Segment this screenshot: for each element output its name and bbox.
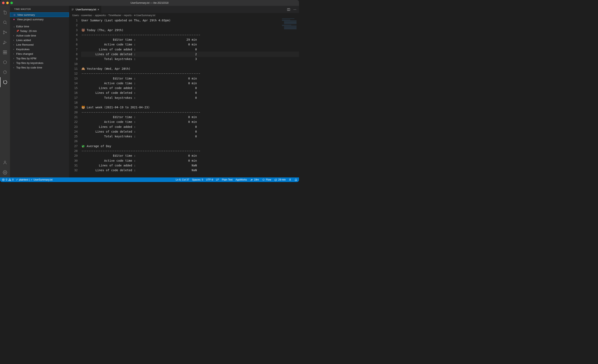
history-icon bbox=[274, 178, 277, 181]
flow-indicator[interactable]: Flow bbox=[262, 178, 271, 181]
account-icon[interactable] bbox=[0, 158, 10, 168]
explorer-icon[interactable] bbox=[0, 8, 10, 17]
sidebar-item-top-files-by-keystrokes[interactable]: ›Top files by keystrokes bbox=[10, 61, 69, 65]
sidebar-item-top-files-by-code-time[interactable]: ›Top files by code time bbox=[10, 65, 69, 70]
search-icon[interactable] bbox=[0, 17, 10, 27]
chevron-right-icon: › bbox=[13, 34, 16, 37]
svg-point-21 bbox=[295, 9, 295, 10]
eol-indicator[interactable]: LF bbox=[216, 178, 219, 181]
today-label: Today: 29 min bbox=[20, 30, 37, 32]
line-number: 29 bbox=[69, 153, 78, 158]
svg-rect-9 bbox=[5, 53, 7, 54]
chevron-right-icon: › bbox=[13, 62, 16, 64]
encoding-indicator[interactable]: UTF-8 bbox=[206, 178, 213, 181]
meter-icon[interactable] bbox=[0, 67, 10, 77]
line-number: 21 bbox=[69, 115, 78, 120]
file-mode-indicator[interactable]: Plain Text bbox=[222, 178, 233, 181]
svg-rect-30 bbox=[284, 24, 297, 24]
breadcrumb-segment[interactable]: TimeMaster bbox=[108, 14, 121, 17]
line-number: 24 bbox=[69, 129, 78, 134]
code-line: Lines of code added : 0 bbox=[81, 86, 299, 90]
svg-point-4 bbox=[6, 32, 7, 33]
code-line: Editor time : 0 min bbox=[81, 76, 299, 81]
close-tab-icon[interactable]: × bbox=[97, 8, 99, 11]
chevron-right-icon: › bbox=[13, 66, 16, 69]
sidebar-leaf-label: Keystrokes bbox=[16, 48, 29, 51]
more-actions-icon[interactable] bbox=[293, 8, 297, 11]
notifications-icon[interactable] bbox=[294, 178, 297, 181]
warning-icon bbox=[8, 178, 11, 181]
breadcrumb-segment[interactable]: Users bbox=[72, 14, 79, 17]
sidebar-section-editor-time[interactable]: ⌄Editor time bbox=[10, 24, 69, 29]
split-editor-icon[interactable] bbox=[287, 8, 290, 11]
sidebar-title: TIME MASTER bbox=[10, 6, 69, 12]
clock-indicator[interactable]: 29 min bbox=[274, 178, 286, 181]
line-number: 8 bbox=[69, 52, 78, 57]
code-line: 🐲 Average of Day bbox=[81, 144, 299, 149]
language-mode-indicator[interactable]: ✓ plaintext | ✓ UserSummary.txt bbox=[16, 178, 52, 181]
sidebar-item-top-files-by-kpm[interactable]: ›Top files by KPM bbox=[10, 56, 69, 61]
tab-usersummary[interactable]: UserSummary.txt × bbox=[69, 6, 101, 13]
svg-rect-25 bbox=[282, 20, 297, 21]
sidebar-item-keystrokes[interactable]: ›Keystrokes bbox=[10, 47, 69, 51]
code-line: Total keystrokes : 3 bbox=[81, 57, 299, 61]
sidebar-item-view-summary[interactable]: ◎View summary bbox=[10, 12, 69, 17]
code-line: Lines of code added : 0 bbox=[81, 47, 299, 52]
code-line: Total keystrokes : 0 bbox=[81, 134, 299, 139]
sidebar-item-active-code-time[interactable]: ›Active code time bbox=[10, 33, 69, 38]
bullet-icon: ◎ bbox=[14, 14, 17, 16]
maximize-window-button[interactable] bbox=[10, 2, 13, 4]
svg-rect-35 bbox=[284, 28, 297, 28]
timer-icon[interactable] bbox=[0, 77, 10, 87]
chevron-right-icon: › bbox=[13, 48, 16, 50]
code-line: ----------------------------------------… bbox=[81, 110, 299, 115]
svg-point-0 bbox=[4, 21, 6, 24]
minimap[interactable] bbox=[278, 18, 299, 42]
breadcrumb-segment[interactable]: .appworks bbox=[94, 14, 106, 17]
code-content[interactable]: User Summary (Last updated on Thu, Apr 2… bbox=[81, 18, 299, 178]
sidebar-item-files-changed[interactable]: ›Files changed bbox=[10, 51, 69, 56]
code-line: Lines of code deleted : 0 bbox=[81, 129, 299, 134]
breadcrumbs[interactable]: Users›xuwentao›.appworks›TimeMaster›repo… bbox=[69, 13, 299, 18]
minimize-window-button[interactable] bbox=[6, 2, 9, 4]
breadcrumb-segment[interactable]: xuwentao bbox=[81, 14, 92, 17]
line-number: 23 bbox=[69, 124, 78, 129]
svg-line-1 bbox=[6, 23, 7, 24]
sidebar-item-view-project-summary[interactable]: ■View project summary bbox=[10, 17, 69, 22]
code-line: Editor time : 0 min bbox=[81, 153, 299, 158]
extensions-icon[interactable] bbox=[0, 47, 10, 57]
sidebar-leaf-label: Top files by KPM bbox=[16, 57, 36, 60]
svg-point-14 bbox=[4, 172, 6, 173]
sidebar-leaf-label: Files changed bbox=[16, 52, 33, 55]
close-window-button[interactable] bbox=[2, 2, 5, 4]
sidebar-item-lines-added[interactable]: ›Lines added bbox=[10, 38, 69, 42]
settings-gear-icon[interactable] bbox=[0, 168, 10, 178]
indentation-indicator[interactable]: Spaces: 5 bbox=[192, 178, 203, 181]
svg-rect-24 bbox=[282, 20, 290, 20]
line-number: 19 bbox=[69, 105, 78, 110]
breadcrumb-segment[interactable]: reports bbox=[124, 14, 132, 17]
sidebar-item-line-removed[interactable]: ›Line Removed bbox=[10, 42, 69, 47]
hexagon-icon[interactable] bbox=[0, 57, 10, 67]
line-number: 30 bbox=[69, 158, 78, 163]
error-icon bbox=[2, 178, 5, 181]
problems-indicator[interactable]: 0 0 bbox=[2, 178, 14, 181]
line-number: 28 bbox=[69, 149, 78, 153]
feedback-icon[interactable] bbox=[289, 178, 291, 181]
code-line bbox=[81, 139, 299, 144]
svg-point-22 bbox=[296, 9, 296, 10]
sidebar-today-time[interactable]: 📌Today: 29 min bbox=[10, 29, 69, 33]
debug-icon[interactable] bbox=[0, 37, 10, 47]
svg-rect-33 bbox=[284, 26, 297, 27]
svg-rect-27 bbox=[284, 22, 297, 22]
rocket-indicator[interactable]: 19m bbox=[250, 178, 259, 181]
line-number: 2 bbox=[69, 23, 78, 28]
code-line: Active code time : 0 min bbox=[81, 81, 299, 86]
breadcrumb-segment[interactable]: ≡ UserSummary.txt bbox=[134, 14, 155, 17]
source-control-icon[interactable] bbox=[0, 27, 10, 37]
check-icon: ✓ bbox=[16, 178, 18, 181]
cursor-position[interactable]: Ln 8, Col 37 bbox=[176, 178, 189, 181]
code-line: Lines of code deleted : 0 bbox=[81, 90, 299, 95]
appworks-indicator[interactable]: AppWorks bbox=[235, 178, 247, 181]
line-number: 11 bbox=[69, 66, 78, 71]
